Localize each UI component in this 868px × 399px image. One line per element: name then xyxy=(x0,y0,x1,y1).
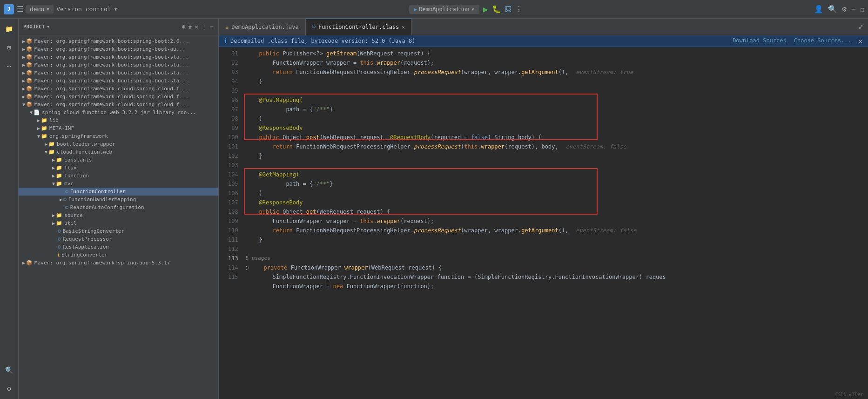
sidebar-close-btn[interactable]: ✕ xyxy=(195,23,198,30)
tree-item-maven7[interactable]: ▶ 📦 Maven: org.springframework.cloud:spr… xyxy=(19,85,218,93)
coverage-button[interactable]: ⛾ xyxy=(505,6,511,13)
main-layout: 📁 ⊞ ⋯ 🔍 ⚙ Project ▾ ⊕ ⇈ ✕ ⋮ − ▶ 📦 xyxy=(0,19,868,399)
code-editor[interactable]: 91 92 93 94 95 96 97 98 99 100 101 102 1… xyxy=(219,47,868,399)
info-bar-actions: Download Sources Choose Sources... ✕ xyxy=(733,37,862,45)
top-bar-center: ▶ DemoApplication ▾ ▶ 🐛 ⛾ ⋮ xyxy=(121,4,810,14)
tree-item-flux[interactable]: ▶ 📁 flux xyxy=(19,164,218,172)
code-line-104: @GetMapping( xyxy=(246,170,868,179)
project-name: demo xyxy=(30,6,44,13)
sidebar-title-dropdown[interactable]: ▾ xyxy=(47,24,50,30)
tab-close-btn[interactable]: ✕ xyxy=(402,24,405,30)
tree-item-constants[interactable]: ▶ 📁 constants xyxy=(19,156,218,164)
code-line-98: ) xyxy=(246,114,868,123)
run-config-name: DemoApplication xyxy=(419,6,469,13)
sidebar-minimize-btn[interactable]: − xyxy=(210,23,214,30)
vcs-label[interactable]: Version control xyxy=(56,6,111,13)
activity-icon-settings[interactable]: ⚙ xyxy=(3,382,16,395)
top-bar-left: J ☰ demo ▾ Version control ▾ xyxy=(4,4,117,14)
tree-item-util[interactable]: ▶ 📁 util xyxy=(19,219,218,227)
code-line-105: path = {"/**"} xyxy=(246,179,868,189)
tree-item-meta-inf[interactable]: ▶ 📁 META-INF xyxy=(19,124,218,132)
tree-item-function[interactable]: ▶ 📁 function xyxy=(19,172,218,180)
tab-fc-class[interactable]: © FunctionController.class ✕ xyxy=(306,19,412,35)
code-line-106: ) xyxy=(246,189,868,198)
tree-item-org-spring[interactable]: ▼ 📁 org.springframework xyxy=(19,132,218,140)
tree-item-bsc[interactable]: © BasicStringConverter xyxy=(19,227,218,235)
tree-item-cloud-func[interactable]: ▼ 📁 cloud.function.web xyxy=(19,148,218,156)
tree-item-scf-jar[interactable]: ▼ 📄 spring-cloud-function-web-3.2.2.jar … xyxy=(19,108,218,116)
code-line-100: public Object post(WebRequest request, @… xyxy=(246,133,868,142)
tree-item-sc[interactable]: ℹ StringConverter xyxy=(19,251,218,259)
tab-demo-app[interactable]: ☕ DemoApplication.java xyxy=(219,19,306,35)
activity-icon-folder[interactable]: 📁 xyxy=(3,22,16,35)
sidebar-more-btn[interactable]: ⋮ xyxy=(201,23,207,30)
tree-item-fhm[interactable]: ▶ © FunctionHandlerMapping xyxy=(19,196,218,203)
settings-icon[interactable]: ⚙ xyxy=(842,5,847,14)
sidebar-collapse-btn[interactable]: ⇈ xyxy=(188,23,192,30)
editor-area: ☕ DemoApplication.java © FunctionControl… xyxy=(219,19,868,399)
code-line-101: return FunctionWebRequestProcessingHelpe… xyxy=(246,142,868,151)
tree-item-rp[interactable]: © RequestProcessor xyxy=(19,235,218,243)
sidebar-header: Project ▾ ⊕ ⇈ ✕ ⋮ − xyxy=(19,19,218,35)
tree-item-maven3[interactable]: ▶ 📦 Maven: org.springframework.boot:spri… xyxy=(19,53,218,61)
user-icon[interactable]: 👤 xyxy=(814,5,823,14)
hamburger-icon[interactable]: ☰ xyxy=(17,5,23,14)
activity-icon-more[interactable]: ⋯ xyxy=(3,60,16,73)
tabs-bar: ☕ DemoApplication.java © FunctionControl… xyxy=(219,19,868,35)
code-line-107: @ResponseBody xyxy=(246,198,868,207)
tree-item-maven1[interactable]: ▶ 📦 Maven: org.springframework.boot:spri… xyxy=(19,37,218,45)
activity-icon-structure[interactable]: ⊞ xyxy=(3,41,16,54)
code-line-115: FunctionWrapper = new FunctionWrapper(fu… xyxy=(246,282,868,291)
project-label[interactable]: demo ▾ xyxy=(26,5,54,14)
code-line-114: SimpleFunctionRegistry.FunctionInvocatio… xyxy=(246,272,868,282)
tree-item-function-controller[interactable]: © FunctionController xyxy=(19,188,218,196)
run-config[interactable]: ▶ DemoApplication ▾ xyxy=(409,5,479,14)
choose-sources-link[interactable]: Choose Sources... xyxy=(794,37,851,45)
run-config-icon: ▶ xyxy=(414,6,417,13)
code-line-97: path = {"/**"} xyxy=(246,105,868,114)
info-bar-close-btn[interactable]: ✕ xyxy=(859,37,862,45)
code-line-108: public Object get(WebRequest request) { xyxy=(246,207,868,216)
activity-icon-search[interactable]: 🔍 xyxy=(3,364,16,377)
debug-button[interactable]: 🐛 xyxy=(492,5,501,14)
code-line-113-code: @ private FunctionWrapper wrapper(WebReq… xyxy=(246,263,868,272)
more-actions-button[interactable]: ⋮ xyxy=(515,5,523,14)
download-sources-link[interactable]: Download Sources xyxy=(733,37,787,45)
run-config-dropdown-icon: ▾ xyxy=(471,6,475,13)
code-line-112 xyxy=(246,244,868,254)
sidebar-locate-btn[interactable]: ⊕ xyxy=(182,23,186,30)
top-bar-actions: 👤 🔍 ⚙ − ❐ xyxy=(814,5,864,14)
restore-button[interactable]: ❐ xyxy=(861,6,864,13)
code-line-92: FunctionWrapper wrapper = this.wrapper(r… xyxy=(246,58,868,68)
tree-item-maven6[interactable]: ▶ 📦 Maven: org.springframework.boot:spri… xyxy=(19,77,218,85)
tree-item-ra[interactable]: © RestApplication xyxy=(19,243,218,251)
tree-item-maven10[interactable]: ▶ 📦 Maven: org.springframework:spring-ao… xyxy=(19,259,218,267)
tab-class-icon: © xyxy=(312,24,316,30)
code-line-103 xyxy=(246,161,868,170)
tree-item-source[interactable]: ▶ 📁 source xyxy=(19,211,218,219)
code-line-109: FunctionWrapper wrapper = this.wrapper(r… xyxy=(246,216,868,226)
app-icon: J xyxy=(4,4,14,14)
code-line-93: return FunctionWebRequestProcessingHelpe… xyxy=(246,68,868,77)
tree-item-maven5[interactable]: ▶ 📦 Maven: org.springframework.boot:spri… xyxy=(19,69,218,77)
tree-item-maven8[interactable]: ▶ 📦 Maven: org.springframework.cloud:spr… xyxy=(19,93,218,101)
vcs-dropdown-icon: ▾ xyxy=(114,6,118,13)
tree-item-boot-loader[interactable]: ▶ 📁 boot.loader.wrapper xyxy=(19,140,218,148)
tab-demo-app-label: DemoApplication.java xyxy=(231,24,299,30)
sidebar-actions: ⊕ ⇈ ✕ ⋮ − xyxy=(182,23,214,30)
tree-item-maven4[interactable]: ▶ 📦 Maven: org.springframework.boot:spri… xyxy=(19,61,218,69)
code-line-113: 5 usages xyxy=(246,254,868,263)
activity-bar: 📁 ⊞ ⋯ 🔍 ⚙ xyxy=(0,19,19,399)
run-button[interactable]: ▶ xyxy=(483,4,488,14)
code-line-94: } xyxy=(246,77,868,86)
tree-item-lib[interactable]: ▶ 📁 lib xyxy=(19,116,218,124)
tree-item-mvc[interactable]: ▼ 📁 mvc xyxy=(19,180,218,188)
tree-item-rac[interactable]: © ReactorAutoConfiguration xyxy=(19,203,218,211)
tree-item-maven2[interactable]: ▶ 📦 Maven: org.springframework.boot:spri… xyxy=(19,45,218,53)
line-numbers: 91 92 93 94 95 96 97 98 99 100 101 102 1… xyxy=(219,47,243,399)
tab-expand-btn[interactable]: ⤢ xyxy=(854,23,868,30)
tree-item-maven9[interactable]: ▼ 📦 Maven: org.springframework.cloud:spr… xyxy=(19,101,218,108)
search-icon[interactable]: 🔍 xyxy=(828,5,837,14)
minimize-button[interactable]: − xyxy=(851,5,856,14)
project-dropdown-icon: ▾ xyxy=(46,6,50,13)
